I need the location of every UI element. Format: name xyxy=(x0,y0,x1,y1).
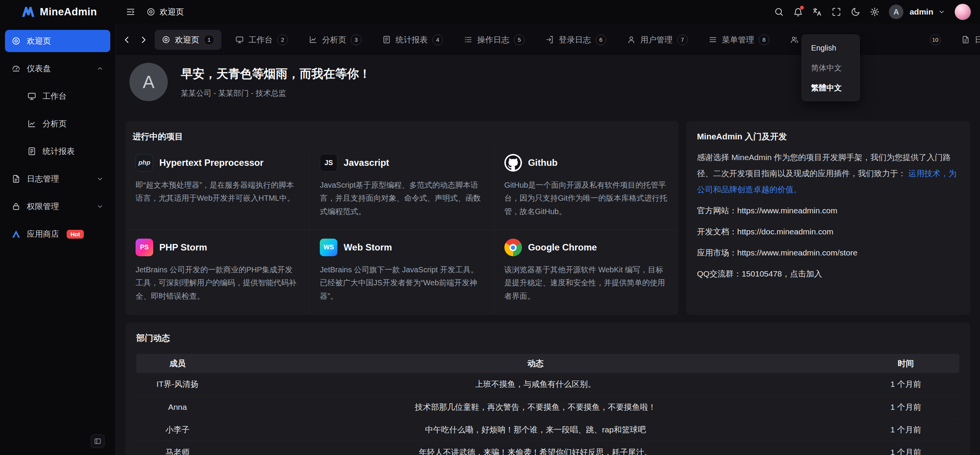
guide-line: 开发文档：https://doc.mineadmin.com xyxy=(697,226,959,237)
tab-登录日志[interactable]: 登录日志 6 xyxy=(538,30,613,50)
profile-photo[interactable] xyxy=(955,4,971,20)
sidebar-item-label: 统计报表 xyxy=(43,146,75,157)
tab-badge: 1 xyxy=(204,34,214,45)
dark-mode-icon[interactable] xyxy=(851,7,861,17)
login-log-icon xyxy=(545,35,554,44)
log-icon xyxy=(961,35,970,44)
sidebar-item-仪表盘[interactable]: 仪表盘 xyxy=(5,57,110,80)
language-option-简体中文[interactable]: 简体中文 xyxy=(802,58,859,78)
sidebar-item-label: 工作台 xyxy=(43,91,67,101)
projects-card: 进行中的项目 phpHypertext Preprocessor 即“超文本预处… xyxy=(126,121,679,315)
sidebar-collapse-button[interactable] xyxy=(91,434,105,448)
search-icon[interactable] xyxy=(774,7,784,17)
php-logo-icon: php xyxy=(136,154,153,172)
topbar: MineAdmin 欢迎页 A admin xyxy=(0,0,980,24)
tab-badge: 4 xyxy=(432,34,443,45)
sidebar-item-权限管理[interactable]: 权限管理 xyxy=(5,195,110,218)
chart-icon xyxy=(309,35,317,44)
greeting-avatar: A xyxy=(129,63,168,101)
monitor-icon xyxy=(235,35,244,44)
tab-分析页[interactable]: 分析页 3 xyxy=(302,30,368,50)
language-option-繁體中文[interactable]: 繁體中文 xyxy=(802,78,859,98)
settings-gear-icon[interactable] xyxy=(870,7,880,17)
tab-label: 欢迎页 xyxy=(175,34,199,45)
tab-label: 分析页 xyxy=(322,34,346,45)
sidebar-item-label: 权限管理 xyxy=(27,201,59,212)
dynamics-header-row: 成员动态时间 xyxy=(136,354,959,373)
guide-line: 官方网站：https://www.mineadmin.com xyxy=(697,205,959,216)
tab-label: 登录日志 xyxy=(559,34,591,45)
project-item: PSPHP Storm JetBrains 公司开发的一款商业的PHP集成开发工… xyxy=(126,230,310,315)
bullseye-icon xyxy=(11,36,21,46)
table-cell: 小李子 xyxy=(136,418,219,441)
report-icon xyxy=(382,35,391,44)
monitor-icon xyxy=(27,92,36,101)
tab-用户管理[interactable]: 用户管理 7 xyxy=(620,30,695,50)
project-description: JetBrains 公司旗下一款 JavaScript 开发工具。已经被广大中国… xyxy=(320,263,484,303)
guide-line-value: https://doc.mineadmin.com xyxy=(737,227,833,236)
notifications-button[interactable] xyxy=(793,7,803,17)
tab-label: 统计报表 xyxy=(396,34,428,45)
sidebar-item-label: 日志管理 xyxy=(27,173,59,184)
tab-label: 日志管理 xyxy=(975,34,980,45)
project-name: Web Storm xyxy=(344,242,392,253)
chrome-logo-icon xyxy=(504,239,522,256)
dynamics-table: 成员动态时间 IT界-风清扬上班不摸鱼，与咸鱼有什么区别。1 个月前Anna技术… xyxy=(136,354,959,455)
chevron-down-icon xyxy=(96,175,104,183)
topbar-actions: A admin xyxy=(774,4,980,20)
menu-icon xyxy=(708,35,717,44)
sidebar-item-欢迎页[interactable]: 欢迎页 xyxy=(5,30,110,52)
content: A 早安，天青色等烟雨，而我在等你！ 某某公司 - 某某部门 - 技术总监 进行… xyxy=(116,56,980,455)
project-description: GitHub是一个面向开源及私有软件项目的托管平台，因为只支持Git作为唯一的版… xyxy=(504,178,669,218)
tab-日志管理[interactable]: 日志管理 11 xyxy=(954,30,980,50)
project-item: JSJavascript JavaScript基于原型编程、多范式的动态脚本语言… xyxy=(310,146,494,230)
guide-line-label: 开发文档： xyxy=(697,227,737,236)
project-description: JetBrains 公司开发的一款商业的PHP集成开发工具，可深刻理解用户的编码… xyxy=(136,263,299,303)
javascript-logo-icon: JS xyxy=(320,154,337,172)
user-icon xyxy=(627,35,636,44)
sidebar-item-应用商店[interactable]: 应用商店 Hot xyxy=(5,223,110,245)
tab-10[interactable]: 10 xyxy=(865,30,947,50)
app-title: MineAdmin xyxy=(40,6,97,18)
tab-统计报表[interactable]: 统计报表 4 xyxy=(375,30,450,50)
sidebar-item-分析页[interactable]: 分析页 xyxy=(5,113,110,135)
guide-intro: 感谢选择 MineAdmin 作为您的项目开发脚手架，我们为您提供了入门路径、二… xyxy=(697,149,959,198)
guide-line-value: https://www.mineadmin.com xyxy=(737,206,837,215)
tab-工作台[interactable]: 工作台 2 xyxy=(228,30,295,50)
sidebar-item-label: 欢迎页 xyxy=(27,36,51,46)
tab-欢迎页[interactable]: 欢迎页 1 xyxy=(155,30,221,50)
menu-fold-icon[interactable] xyxy=(126,7,136,17)
tab-badge: 2 xyxy=(277,34,288,45)
project-item: phpHypertext Preprocessor 即“超文本预处理器”，是在服… xyxy=(126,146,310,230)
project-item: Github GitHub是一个面向开源及私有软件项目的托管平台，因为只支持Gi… xyxy=(494,146,679,230)
table-row: 小李子中午吃什么嘞，好烦呐！那个谁，来一段唱、跳、rap和篮球吧1 个月前 xyxy=(136,418,959,441)
user-name[interactable]: admin xyxy=(910,7,933,16)
github-logo-icon xyxy=(504,154,522,172)
language-menu: English简体中文繁體中文 xyxy=(802,34,860,101)
tab-badge: 8 xyxy=(759,34,769,45)
sidebar-item-日志管理[interactable]: 日志管理 xyxy=(5,168,110,190)
project-item: Google Chrome 该浏览器基于其他开源软件 WebKit 编写，目标是… xyxy=(494,230,679,315)
lock-icon xyxy=(11,202,21,211)
logo[interactable]: MineAdmin xyxy=(0,5,116,19)
table-cell: 马老师 xyxy=(136,441,219,455)
chevron-down-icon[interactable] xyxy=(938,8,946,16)
tab-scroll-left-icon[interactable] xyxy=(121,34,133,46)
bullseye-icon xyxy=(162,35,170,44)
sidebar-item-统计报表[interactable]: 统计报表 xyxy=(5,140,110,162)
user-avatar[interactable]: A xyxy=(889,5,903,19)
language-option-English[interactable]: English xyxy=(802,38,859,58)
project-name: Javascript xyxy=(344,157,389,168)
guide-line-label: 应用市场： xyxy=(697,248,737,257)
log-icon xyxy=(11,174,21,183)
tab-菜单管理[interactable]: 菜单管理 8 xyxy=(702,30,776,50)
greeting-subtitle: 某某公司 - 某某部门 - 技术总监 xyxy=(181,88,371,98)
hot-badge: Hot xyxy=(67,230,84,239)
translate-icon[interactable] xyxy=(812,7,822,17)
sidebar-item-工作台[interactable]: 工作台 xyxy=(5,85,110,107)
tab-scroll-right-icon[interactable] xyxy=(138,34,149,46)
fullscreen-icon[interactable] xyxy=(831,7,841,17)
table-cell: 1 个月前 xyxy=(852,373,959,396)
dynamics-column-header: 时间 xyxy=(852,354,959,373)
tab-操作日志[interactable]: 操作日志 5 xyxy=(457,30,532,50)
